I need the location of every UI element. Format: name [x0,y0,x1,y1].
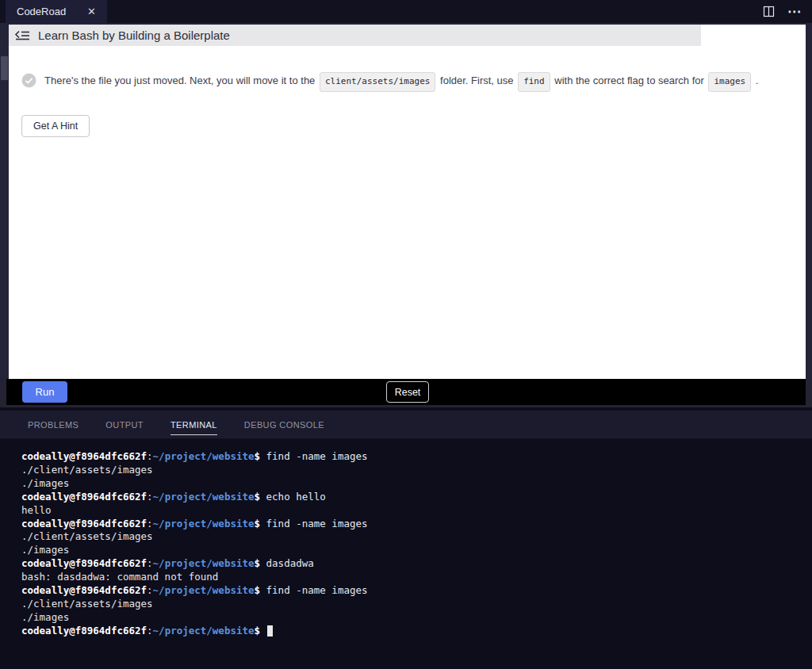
prompt-path: ~/project/website [153,518,255,529]
terminal-prompt-line: codeally@f8964dfc662f:~/project/website$… [21,450,804,464]
right-gutter [806,23,812,379]
terminal-prompt-line: codeally@f8964dfc662f:~/project/website$… [21,491,804,504]
task-check-icon [21,73,36,91]
prompt-colon: : [147,625,153,637]
prompt-user-host: codeally@f8964dfc662f [21,518,147,529]
prompt-user-host: codeally@f8964dfc662f [21,625,147,637]
prompt-user-host: codeally@f8964dfc662f [21,584,147,596]
prompt-dollar: $ [255,557,261,569]
split-editor-icon[interactable] [763,6,775,17]
terminal-output-line: ./client/assets/images [21,598,804,611]
terminal-output-line: hello [21,504,804,518]
terminal-output-line: ./client/assets/images [21,464,804,477]
prompt-dollar: $ [255,584,261,596]
collapse-menu-icon[interactable] [14,29,30,41]
editor-tab-bar: CodeRoad ✕ ⋯ [0,0,812,23]
terminal-output-line: ./images [21,611,804,625]
run-button[interactable]: Run [22,381,67,403]
coderoad-webview: Learn Bash by Building a Boilerplate The… [9,25,806,379]
get-hint-button[interactable]: Get A Hint [21,115,90,137]
terminal-output-line: ./images [21,544,804,557]
reset-button[interactable]: Reset [386,381,429,403]
inline-code-chip: find [518,72,550,92]
coderoad-action-bar: Run Reset [0,379,812,407]
terminal-prompt-line: codeally@f8964dfc662f:~/project/website$ [21,625,804,638]
tab-coderoad[interactable]: CodeRoad ✕ [6,0,107,23]
prompt-colon: : [147,491,153,503]
tutorial-header: Learn Bash by Building a Boilerplate [9,25,701,46]
prompt-path: ~/project/website [153,491,255,503]
terminal-output[interactable]: codeally@f8964dfc662f:~/project/website$… [21,450,804,669]
prompt-command: find -name images [260,584,367,596]
prompt-user-host: codeally@f8964dfc662f [21,450,147,462]
prompt-dollar: $ [255,450,261,462]
prompt-dollar: $ [255,491,261,503]
editor-actions: ⋯ [763,0,801,23]
close-tab-icon[interactable]: ✕ [84,6,99,17]
terminal-prompt-line: codeally@f8964dfc662f:~/project/website$… [21,518,804,531]
prompt-dollar: $ [255,625,261,637]
more-actions-icon[interactable]: ⋯ [787,5,801,18]
terminal-prompt-line: codeally@f8964dfc662f:~/project/website$… [21,557,804,571]
action-bar-background: Run Reset [6,379,806,405]
inline-code-chip: images [708,72,751,92]
prompt-colon: : [147,450,153,462]
panel-tab-output[interactable]: OUTPUT [105,411,144,438]
tab-coderoad-label: CodeRoad [17,6,84,17]
terminal-output-line: ./client/assets/images [21,530,804,544]
prompt-command: dasdadwa [260,557,314,569]
prompt-command: echo hello [260,491,326,503]
task-description: There's the file you just moved. Next, y… [44,72,758,92]
scrollbar-thumb[interactable] [1,56,8,80]
prompt-path: ~/project/website [153,450,255,462]
prompt-command: find -name images [260,518,367,529]
prompt-command: find -name images [260,450,367,462]
bottom-panel: PROBLEMSOUTPUTTERMINALDEBUG CONSOLE code… [0,407,812,669]
prompt-command [260,625,266,637]
terminal-output-line: bash: dasdadwa: command not found [21,571,804,584]
vscode-window: CodeRoad ✕ ⋯ [0,0,812,669]
prompt-path: ~/project/website [153,625,255,637]
prompt-user-host: codeally@f8964dfc662f [21,491,147,503]
terminal-output-line: ./images [21,477,804,491]
panel-tab-bar: PROBLEMSOUTPUTTERMINALDEBUG CONSOLE [0,411,812,439]
prompt-colon: : [147,557,153,569]
panel-tab-problems[interactable]: PROBLEMS [28,411,79,438]
prompt-path: ~/project/website [153,557,255,569]
prompt-colon: : [147,518,153,529]
tutorial-title: Learn Bash by Building a Boilerplate [38,29,230,42]
terminal-prompt-line: codeally@f8964dfc662f:~/project/website$… [21,584,804,598]
prompt-user-host: codeally@f8964dfc662f [21,557,147,569]
prompt-colon: : [147,584,153,596]
panel-tab-debug-console[interactable]: DEBUG CONSOLE [244,411,324,438]
inline-code-chip: client/assets/images [320,72,435,92]
prompt-path: ~/project/website [153,584,255,596]
terminal-cursor [267,625,273,637]
editor-area: Learn Bash by Building a Boilerplate The… [0,23,812,379]
task-item: There's the file you just moved. Next, y… [21,72,782,92]
prompt-dollar: $ [255,518,261,529]
left-gutter [0,23,9,379]
panel-tab-terminal[interactable]: TERMINAL [170,411,217,438]
